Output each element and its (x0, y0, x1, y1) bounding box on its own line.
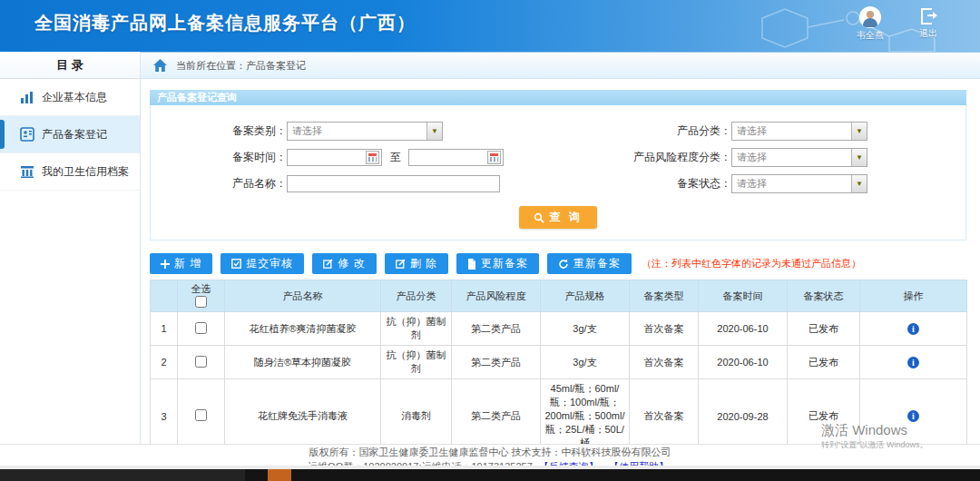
record-status-select[interactable]: 请选择 ▼ (731, 174, 867, 193)
product-name-input[interactable] (287, 175, 500, 192)
taskbar-strip (0, 469, 980, 481)
logout-label: 退出 (913, 27, 944, 40)
col-action: 操作 (860, 280, 967, 312)
col-record-type: 备案类型 (630, 280, 699, 312)
user-name: 韦全燕 (854, 29, 887, 42)
sidebar: 目 录 企业基本信息 产品备案登记 我的卫生信用档案 (0, 52, 141, 469)
cell-status: 已发布 (788, 312, 860, 346)
home-icon[interactable] (153, 59, 167, 72)
row-checkbox[interactable] (195, 322, 207, 334)
sidebar-item-health-credit-archive[interactable]: 我的卫生信用档案 (0, 153, 140, 191)
cell-risk: 第二类产品 (452, 346, 541, 379)
col-record-status: 备案状态 (788, 280, 860, 312)
row-checkbox[interactable] (195, 409, 207, 421)
user-avatar[interactable] (859, 6, 881, 28)
table-row: 1 花红植养®爽清抑菌凝胶 抗（抑）菌制剂 第二类产品 3g/支 首次备案 20… (151, 312, 967, 346)
cell-category: 抗（抑）菌制剂 (381, 346, 452, 379)
col-select-all: 全选 (178, 280, 225, 312)
record-category-label: 备案类别： (151, 123, 287, 139)
info-icon[interactable]: i (907, 323, 919, 335)
cell-type: 首次备案 (630, 379, 699, 446)
table-row: 3 花红牌免洗手消毒液 消毒剂 第二类产品 45ml/瓶；60ml/瓶；100m… (151, 379, 967, 446)
chevron-down-icon: ▼ (851, 149, 867, 166)
search-panel: 产品备案登记查询 备案类别： 请选择 ▼ 备案时间： (150, 90, 966, 240)
risk-level-label: 产品风险程度分类： (577, 150, 731, 165)
col-product-category: 产品分类 (381, 280, 452, 312)
page-footer: 版权所有：国家卫生健康委卫生健康监督中心 技术支持：中科软科技股份有限公司 运维… (0, 444, 980, 466)
delete-button[interactable]: 删 除 (385, 253, 448, 274)
risk-level-select[interactable]: 请选择 ▼ (731, 148, 867, 167)
update-record-label: 更新备案 (481, 256, 528, 271)
sidebar-title: 目 录 (0, 52, 140, 79)
col-risk-level: 产品风险程度 (452, 280, 541, 312)
cell-risk: 第二类产品 (452, 312, 541, 346)
user-menu[interactable]: 韦全燕 (854, 6, 887, 42)
row-index: 3 (151, 379, 178, 446)
cell-product-name: 花红植养®爽清抑菌凝胶 (225, 312, 381, 346)
submit-review-label: 提交审核 (246, 256, 293, 271)
submit-review-button[interactable]: 提交审核 (220, 253, 304, 274)
cell-risk: 第二类产品 (452, 379, 541, 446)
calendar-icon[interactable] (366, 151, 379, 164)
chevron-down-icon: ▼ (851, 175, 867, 192)
cell-category: 消毒剂 (381, 379, 452, 446)
select-all-checkbox[interactable] (195, 296, 207, 308)
sidebar-item-label: 我的卫生信用档案 (42, 164, 129, 180)
sidebar-item-label: 产品备案登记 (42, 127, 107, 142)
row-index: 1 (151, 312, 178, 346)
record-time-label: 备案时间： (151, 150, 287, 165)
plus-icon (161, 260, 170, 269)
modify-button[interactable]: 修 改 (312, 253, 376, 274)
row-index: 2 (151, 346, 178, 379)
logout-button[interactable]: 退出 (913, 6, 944, 40)
records-table: 全选 产品名称 产品分类 产品风险程度 产品规格 备案类型 备案时间 备案状态 … (150, 280, 967, 445)
col-record-date: 备案时间 (699, 280, 788, 312)
archive-building-icon (20, 164, 34, 179)
breadcrumb: 当前所在位置：产品备案登记 (141, 52, 980, 79)
add-button[interactable]: 新 增 (150, 253, 212, 274)
re-record-label: 重新备案 (573, 256, 621, 271)
product-class-select[interactable]: 请选择 ▼ (731, 122, 867, 141)
record-category-select[interactable]: 请选择 ▼ (287, 122, 443, 141)
add-button-label: 新 增 (174, 256, 201, 271)
risk-level-value: 请选择 (737, 151, 767, 164)
info-icon[interactable]: i (907, 357, 919, 368)
cell-date: 2020-06-10 (699, 312, 788, 346)
re-record-button[interactable]: 重新备案 (547, 253, 632, 274)
cell-date: 2020-09-28 (699, 379, 788, 446)
cell-type: 首次备案 (630, 312, 699, 346)
edit-icon (323, 259, 333, 269)
sidebar-item-enterprise-info[interactable]: 企业基本信息 (0, 79, 140, 116)
file-icon (467, 259, 476, 270)
product-class-label: 产品分类： (577, 123, 731, 139)
record-status-label: 备案状态： (577, 176, 731, 191)
footer-copyright: 版权所有：国家卫生健康委卫生健康监督中心 技术支持：中科软科技股份有限公司 (0, 446, 980, 459)
col-spec: 产品规格 (541, 280, 630, 312)
update-record-button[interactable]: 更新备案 (456, 253, 539, 274)
row-checkbox[interactable] (195, 356, 207, 368)
query-button-label: 查 询 (549, 210, 582, 225)
info-icon[interactable]: i (907, 410, 919, 422)
cell-product-name: 随身洁®草本抑菌凝胶 (225, 346, 381, 379)
query-button[interactable]: 查 询 (519, 206, 596, 229)
cell-spec: 3g/支 (541, 312, 630, 346)
sidebar-item-product-registration[interactable]: 产品备案登记 (0, 116, 140, 153)
page-title: 全国消毒产品网上备案信息服务平台（广西） (34, 11, 416, 35)
table-row: 2 随身洁®草本抑菌凝胶 抗（抑）菌制剂 第二类产品 3g/支 首次备案 202… (151, 346, 967, 379)
search-icon (534, 212, 544, 223)
chevron-down-icon: ▼ (851, 123, 867, 140)
refresh-icon (558, 259, 569, 270)
toolbar-note: （注：列表中红色字体的记录为未通过产品信息） (642, 257, 861, 270)
breadcrumb-text: 当前所在位置：产品备案登记 (176, 59, 306, 73)
record-category-value: 请选择 (292, 124, 322, 138)
cell-date: 2020-06-10 (699, 346, 788, 379)
cell-type: 首次备案 (630, 346, 699, 379)
main-content: 产品备案登记查询 备案类别： 请选择 ▼ 备案时间： (141, 79, 980, 445)
taskbar-active-app (268, 469, 291, 481)
cell-spec: 3g/支 (541, 346, 630, 379)
app-header: 全国消毒产品网上备案信息服务平台（广西） 韦全燕 退出 (0, 0, 980, 52)
cell-spec: 45ml/瓶；60ml/瓶；100ml/瓶；200ml/瓶；500ml/瓶；25… (541, 379, 630, 446)
calendar-icon[interactable] (487, 151, 501, 164)
date-range-to-label: 至 (390, 150, 401, 165)
record-status-value: 请选择 (737, 177, 767, 191)
